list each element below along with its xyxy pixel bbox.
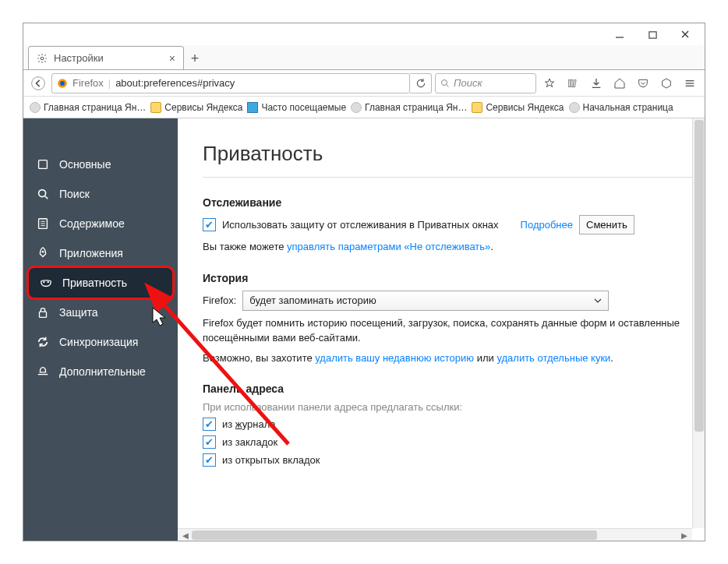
- bookmarks-toolbar: Главная страница Ян…Сервисы ЯндексаЧасто…: [23, 97, 705, 118]
- search-box[interactable]: Поиск: [435, 73, 536, 93]
- back-button[interactable]: [28, 74, 48, 93]
- horizontal-scrollbar[interactable]: ◄ ►: [178, 528, 692, 541]
- bookmark-label: Главная страница Ян…: [44, 102, 146, 113]
- svg-line-18: [45, 196, 48, 199]
- sidebar-item-label: Содержимое: [59, 217, 125, 230]
- nav-toolbar: Firefox | Поиск: [23, 70, 705, 97]
- sidebar-item-label: Защита: [59, 306, 98, 319]
- history-prefix: Firefox:: [203, 294, 236, 306]
- search-placeholder: Поиск: [454, 77, 482, 89]
- option-checkbox[interactable]: ✔: [203, 418, 216, 431]
- bookmark-item[interactable]: Сервисы Яндекса: [150, 102, 242, 113]
- folder-icon: [150, 102, 161, 113]
- sidebar-item-label: Дополнительные: [59, 365, 146, 378]
- addressbar-heading: Панель адреса: [203, 382, 705, 395]
- sidebar-item-lock[interactable]: Защита: [23, 298, 178, 327]
- downloads-icon[interactable]: [586, 74, 606, 93]
- hat-icon: [36, 365, 50, 379]
- option-label: из открытых вкладок: [222, 454, 320, 466]
- svg-point-25: [48, 281, 49, 283]
- scroll-right-arrow[interactable]: ►: [678, 529, 691, 541]
- sidebar-item-square[interactable]: Основные: [23, 150, 178, 179]
- rocket-icon: [36, 246, 50, 260]
- svg-rect-11: [571, 79, 573, 86]
- new-tab-button[interactable]: +: [184, 48, 206, 69]
- tracking-checkbox[interactable]: ✔: [203, 218, 216, 231]
- history-mode-dropdown[interactable]: будет запоминать историю: [242, 291, 609, 311]
- globe-icon: [30, 102, 41, 113]
- bookmark-label: Главная страница Ян…: [365, 102, 467, 113]
- search-icon: [440, 79, 450, 88]
- library-icon[interactable]: [563, 74, 583, 93]
- bookmark-item[interactable]: Часто посещаемые: [247, 102, 346, 113]
- page-title: Приватность: [203, 142, 705, 166]
- vertical-scrollbar[interactable]: [692, 118, 705, 528]
- dnt-text: Вы также можете управлять параметрами «Н…: [203, 239, 705, 255]
- clear-history-link[interactable]: удалить вашу недавнюю историю: [315, 352, 474, 364]
- sidebar-item-hat[interactable]: Дополнительные: [23, 357, 178, 386]
- svg-point-5: [32, 76, 45, 90]
- folder-icon: [472, 102, 482, 113]
- tracking-more-link[interactable]: Подробнее: [521, 219, 573, 231]
- clear-cookies-link[interactable]: удалить отдельные куки: [497, 352, 610, 364]
- tab-settings[interactable]: Настройки ×: [28, 46, 184, 69]
- bookmark-item[interactable]: Главная страница Ян…: [30, 102, 146, 113]
- menu-icon[interactable]: [680, 74, 700, 93]
- tracking-heading: Отслеживание: [203, 196, 705, 209]
- addon-icon[interactable]: [656, 74, 677, 93]
- svg-rect-1: [648, 31, 656, 37]
- history-links: Возможно, вы захотите удалить вашу недав…: [203, 351, 705, 366]
- pocket-icon[interactable]: [633, 74, 653, 93]
- option-label: из журнала: [222, 418, 276, 430]
- svg-point-7: [60, 81, 65, 86]
- bookmark-item[interactable]: Начальная страница: [569, 102, 673, 113]
- svg-rect-16: [39, 160, 48, 169]
- scroll-left-arrow[interactable]: ◄: [179, 529, 192, 541]
- sidebar-item-mask[interactable]: Приватность: [27, 266, 175, 300]
- maximize-button[interactable]: [636, 23, 669, 45]
- dnt-link[interactable]: управлять параметрами «Не отслеживать»: [287, 241, 490, 252]
- sidebar-item-search[interactable]: Поиск: [23, 179, 178, 209]
- bookmark-star-icon[interactable]: [539, 74, 560, 93]
- addressbar-option: ✔из открытых вкладок: [203, 453, 705, 467]
- home-icon[interactable]: [610, 74, 630, 93]
- close-tab-icon[interactable]: ×: [169, 52, 175, 65]
- svg-point-17: [39, 190, 46, 197]
- tracking-checkbox-label: Использовать защиту от отслеживания в Пр…: [222, 219, 499, 231]
- reload-button[interactable]: [410, 73, 432, 93]
- sidebar-item-label: Синхронизация: [59, 336, 138, 348]
- bookmark-item[interactable]: Главная страница Ян…: [351, 102, 467, 113]
- sidebar-item-label: Приложения: [59, 247, 123, 259]
- option-checkbox[interactable]: ✔: [203, 435, 216, 449]
- minimize-button[interactable]: [603, 23, 636, 45]
- bookmark-label: Часто посещаемые: [261, 102, 346, 113]
- divider: [203, 177, 705, 178]
- tracking-change-button[interactable]: Сменить: [579, 215, 634, 234]
- addressbar-desc: При использовании панели адреса предлага…: [203, 401, 705, 413]
- url-input[interactable]: [115, 77, 405, 89]
- svg-rect-26: [40, 312, 47, 317]
- option-checkbox[interactable]: ✔: [203, 453, 216, 467]
- scroll-thumb[interactable]: [192, 531, 597, 540]
- history-heading: История: [203, 272, 705, 284]
- bookmark-label: Сервисы Яндекса: [486, 102, 564, 113]
- sidebar-item-sync[interactable]: Синхронизация: [23, 327, 178, 357]
- globe-icon: [569, 102, 580, 113]
- close-button[interactable]: [669, 23, 701, 45]
- identity-label: Firefox: [72, 77, 104, 89]
- sidebar-item-doc[interactable]: Содержимое: [23, 209, 178, 238]
- search-icon: [36, 187, 50, 201]
- svg-point-23: [42, 251, 44, 253]
- window-titlebar: [23, 23, 705, 45]
- doc-icon: [36, 217, 50, 231]
- lock-icon: [36, 305, 50, 319]
- preferences-sidebar: ОсновныеПоискСодержимоеПриложенияПриватн…: [23, 118, 178, 541]
- url-bar[interactable]: Firefox |: [51, 73, 410, 93]
- content-area: ОсновныеПоискСодержимоеПриложенияПриватн…: [23, 118, 705, 541]
- sidebar-item-rocket[interactable]: Приложения: [23, 238, 178, 268]
- bookmark-item[interactable]: Сервисы Яндекса: [472, 102, 564, 113]
- sidebar-item-label: Основные: [59, 158, 111, 171]
- sync-icon: [36, 335, 50, 349]
- scroll-thumb[interactable]: [694, 120, 704, 432]
- mask-icon: [39, 276, 53, 290]
